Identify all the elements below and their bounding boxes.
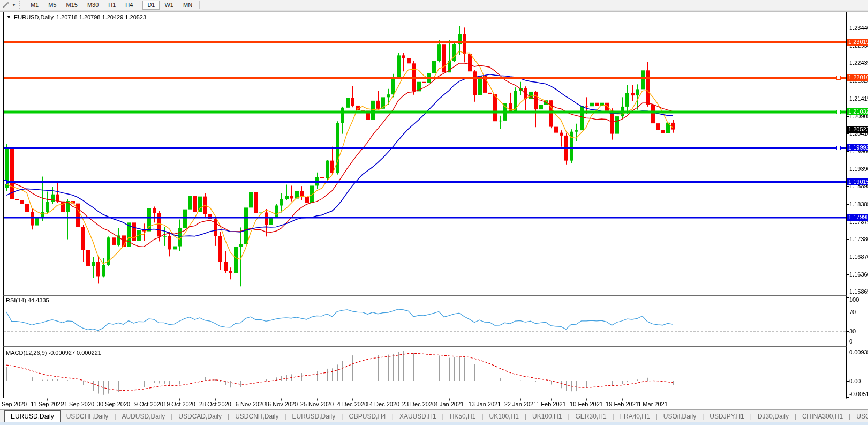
chart-tab-bar: EURUSD,DailyUSDCHF,Daily|AUDUSD,Daily|US… bbox=[0, 409, 868, 422]
chart-collapse-icon[interactable]: ▼ bbox=[6, 14, 11, 20]
tab-usdchf-daily[interactable]: USDCHF,Daily bbox=[61, 410, 115, 422]
price-tick-label: 1.16360 bbox=[849, 271, 868, 278]
chart-ohlc: 1.20718 1.20798 1.20429 1.20523 bbox=[56, 14, 146, 20]
date-label: 19 Feb 2021 bbox=[606, 401, 639, 407]
tab-china300-h1[interactable]: CHINA300,H1 bbox=[796, 410, 849, 422]
tab-eurusd-daily[interactable]: EURUSD,Daily bbox=[286, 410, 342, 422]
hline-price-badge: 1.21032 bbox=[847, 108, 868, 115]
tab-hk50-h1[interactable]: HK50,H1 bbox=[444, 410, 482, 422]
price-tick-label: 1.22435 bbox=[849, 59, 868, 66]
date-label: 25 Nov 2020 bbox=[300, 401, 334, 407]
hline-price-badge: 1.17998 bbox=[847, 214, 868, 221]
date-label: 4 Dec 2020 bbox=[337, 401, 367, 407]
pane-splitter-macd[interactable] bbox=[3, 345, 846, 348]
date-label: 30 Sep 2020 bbox=[97, 401, 130, 407]
tab-usdjpy-h1[interactable]: USDJPY,H1 bbox=[704, 410, 750, 422]
date-label: 9 Oct 2020 bbox=[134, 401, 163, 407]
date-label: 14 Dec 2020 bbox=[366, 401, 399, 407]
chart-title: ▼ EURUSD,Daily 1.20718 1.20798 1.20429 1… bbox=[6, 14, 146, 20]
tab-dj30-daily[interactable]: DJ30,Daily bbox=[752, 410, 795, 422]
date-label: 1 Feb 2021 bbox=[536, 401, 566, 407]
date-label: 4 Jan 2021 bbox=[435, 401, 464, 407]
rsi-tick-label: 100 bbox=[849, 296, 859, 303]
macd-tick-label: 0.00 bbox=[849, 378, 861, 384]
current-price-badge: 1.20523 bbox=[847, 126, 868, 133]
tab-xauusd-h1[interactable]: XAUUSD,H1 bbox=[394, 410, 442, 422]
date-label: 1 Mar 2021 bbox=[638, 401, 668, 407]
tab-usoil-daily[interactable]: USOil,Daily bbox=[658, 410, 702, 422]
tab-uk100-h1[interactable]: UK100,H1 bbox=[484, 410, 525, 422]
date-label: 28 Oct 2020 bbox=[199, 401, 231, 407]
date-label: 13 Jan 2021 bbox=[469, 401, 501, 407]
date-label: 2 Sep 2020 bbox=[0, 401, 27, 407]
application-window: ▼ M1M5M15M30H1H4D1W1MN ▼ EURUSD,Daily 1.… bbox=[0, 0, 868, 425]
tab-audusd-daily[interactable]: AUDUSD,Daily bbox=[116, 410, 171, 422]
rsi-tick-label: 0 bbox=[849, 338, 852, 345]
rsi-tick-label: 70 bbox=[849, 309, 856, 315]
macd-indicator-label: MACD(12,26,9) -0.000927 0.000221 bbox=[6, 349, 101, 356]
date-label: 21 Sep 2020 bbox=[61, 401, 94, 407]
price-tick-label: 1.21415 bbox=[849, 95, 868, 102]
date-label: 19 Oct 2020 bbox=[163, 401, 195, 407]
rsi-tick-label: 30 bbox=[849, 328, 856, 334]
pane-splitter-rsi[interactable] bbox=[3, 292, 846, 295]
tab-usdcad-daily[interactable]: USDCAD,Daily bbox=[172, 410, 228, 422]
status-strip bbox=[0, 422, 868, 425]
tab-usoil[interactable]: USOil, bbox=[850, 410, 868, 422]
tabs-container: EURUSD,DailyUSDCHF,Daily|AUDUSD,Daily|US… bbox=[0, 410, 868, 422]
hline-price-badge: 1.23019 bbox=[847, 39, 868, 46]
price-tick-label: 1.16870 bbox=[849, 253, 868, 260]
tab-usdcnh-daily[interactable]: USDCNH,Daily bbox=[229, 410, 284, 422]
tab-gbpusd-h4[interactable]: GBPUSD,H4 bbox=[343, 410, 391, 422]
date-label: 6 Nov 2020 bbox=[236, 401, 266, 407]
tab-ger30-h1[interactable]: GER30,H1 bbox=[570, 410, 613, 422]
tab-uk100-h1[interactable]: UK100,H1 bbox=[526, 410, 568, 422]
price-tick-label: 1.17380 bbox=[849, 236, 868, 242]
date-label: 11 Sep 2020 bbox=[31, 401, 64, 407]
tab-fra40-h1[interactable]: FRA40,H1 bbox=[614, 410, 656, 422]
hline-price-badge: 1.22010 bbox=[847, 74, 868, 81]
price-tick-label: 1.19390 bbox=[849, 166, 868, 172]
hline-price-badge: 1.19015 bbox=[847, 178, 868, 185]
date-label: 23 Dec 2020 bbox=[402, 401, 435, 407]
date-label: 16 Nov 2020 bbox=[265, 401, 298, 407]
date-label: 10 Feb 2021 bbox=[570, 401, 603, 407]
price-tick-label: 1.23440 bbox=[849, 25, 868, 31]
date-label: 22 Jan 2021 bbox=[504, 401, 537, 407]
hline-price-badge: 1.19992 bbox=[847, 144, 868, 151]
price-tick-label: 1.15865 bbox=[849, 288, 868, 295]
price-tick-label: 1.18385 bbox=[849, 201, 868, 207]
macd-tick-label: -0.005154 bbox=[849, 391, 868, 397]
tab-eurusd-daily[interactable]: EURUSD,Daily bbox=[4, 410, 61, 422]
macd-tick-label: 0.009354 bbox=[849, 349, 868, 355]
rsi-indicator-label: RSI(14) 44.4335 bbox=[6, 297, 49, 303]
chart-canvas[interactable] bbox=[0, 0, 868, 425]
chart-symbol: EURUSD,Daily bbox=[14, 14, 54, 20]
